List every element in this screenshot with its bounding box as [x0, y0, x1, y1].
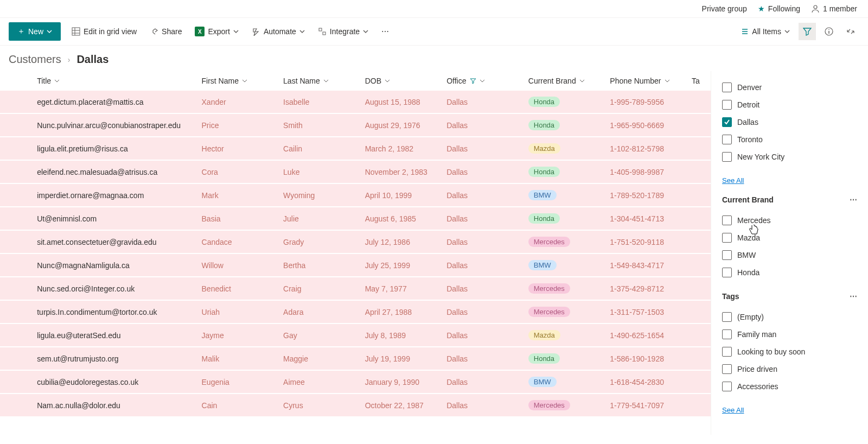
cell-title[interactable]: Nunc.pulvinar.arcu@conubianostraper.edu	[33, 113, 197, 137]
tag-option[interactable]: Price driven	[722, 360, 857, 378]
cell-title[interactable]: sit.amet.consectetuer@gravida.edu	[33, 230, 197, 253]
members-button[interactable]: 1 member	[811, 4, 857, 13]
more-icon[interactable]: ⋯	[850, 195, 857, 204]
col-office[interactable]: Office	[442, 71, 524, 91]
checkbox[interactable]	[722, 347, 732, 357]
checkbox[interactable]	[722, 233, 732, 243]
table-row[interactable]: Nunc@magnaNamligula.ca Willow Bertha Jul…	[0, 253, 711, 277]
table-row[interactable]: ligula.eu@uteratSed.edu Jayme Gay July 8…	[0, 324, 711, 347]
checkbox[interactable]	[722, 135, 732, 144]
checkbox[interactable]	[722, 364, 732, 374]
group-type-label: Private group	[702, 4, 747, 13]
export-button[interactable]: X Export	[193, 23, 240, 40]
chevron-right-icon: ›	[68, 55, 71, 64]
checkbox[interactable]	[722, 83, 732, 92]
brand-option[interactable]: Mercedes	[722, 212, 857, 229]
cell-title[interactable]: Nunc.sed.orci@Integer.co.uk	[33, 277, 197, 300]
table-row[interactable]: sit.amet.consectetuer@gravida.edu Candac…	[0, 230, 711, 253]
svg-rect-6	[323, 32, 326, 35]
cell-office: Dallas	[442, 370, 524, 394]
chevron-down-icon	[299, 29, 305, 34]
svg-rect-1	[72, 28, 80, 35]
checkbox[interactable]	[722, 268, 732, 277]
checkbox[interactable]	[722, 215, 732, 225]
cell-title[interactable]: eget.dictum.placerat@mattis.ca	[33, 91, 197, 113]
cell-title[interactable]: Nam.ac.nulla@dolor.edu	[33, 394, 197, 417]
cell-title[interactable]: turpis.In.condimentum@tortor.co.uk	[33, 300, 197, 324]
checkbox[interactable]	[722, 152, 732, 162]
integrate-button[interactable]: Integrate	[316, 24, 371, 39]
cell-title[interactable]: cubilia@eudoloregestas.co.uk	[33, 370, 197, 394]
brand-option[interactable]: BMW	[722, 246, 857, 264]
table-row[interactable]: sem.ut@rutrumjusto.org Malik Maggie July…	[0, 347, 711, 370]
table-row[interactable]: cubilia@eudoloregestas.co.uk Eugenia Aim…	[0, 370, 711, 394]
checkbox-label: Dallas	[737, 118, 758, 126]
table-row[interactable]: eget.dictum.placerat@mattis.ca Xander Is…	[0, 91, 711, 113]
col-current-brand[interactable]: Current Brand	[524, 71, 606, 91]
view-selector[interactable]: All Items	[737, 24, 794, 39]
edit-grid-button[interactable]: Edit in grid view	[69, 24, 139, 39]
info-button[interactable]	[820, 23, 838, 40]
checkbox[interactable]	[722, 100, 732, 110]
cell-title[interactable]: ligula.eu@uteratSed.edu	[33, 324, 197, 347]
cell-office: Dallas	[442, 277, 524, 300]
cell-first-name: Eugenia	[197, 370, 279, 394]
cell-title[interactable]: imperdiet.ornare@magnaa.com	[33, 183, 197, 207]
cell-last-name: Gay	[279, 324, 361, 347]
col-first-name[interactable]: First Name	[197, 71, 279, 91]
filter-button[interactable]	[799, 23, 816, 40]
cell-dob: August 29, 1976	[361, 113, 443, 137]
following-button[interactable]: ★ Following	[758, 4, 800, 13]
new-button[interactable]: ＋ New	[9, 22, 61, 41]
table-row[interactable]: Ut@enimnisl.com Basia Julie August 6, 19…	[0, 207, 711, 230]
table-row[interactable]: turpis.In.condimentum@tortor.co.uk Uriah…	[0, 300, 711, 324]
office-option[interactable]: Toronto	[722, 131, 857, 148]
cell-title[interactable]: sem.ut@rutrumjusto.org	[33, 347, 197, 370]
col-tags[interactable]: Ta	[687, 71, 711, 91]
tag-option[interactable]: (Empty)	[722, 308, 857, 326]
cell-first-name: Basia	[197, 207, 279, 230]
breadcrumb-parent[interactable]: Customers	[9, 53, 61, 66]
checkbox[interactable]	[722, 382, 732, 391]
cell-title[interactable]: eleifend.nec.malesuada@atrisus.ca	[33, 160, 197, 183]
cell-title[interactable]: Ut@enimnisl.com	[33, 207, 197, 230]
table-row[interactable]: imperdiet.ornare@magnaa.com Mark Wyoming…	[0, 183, 711, 207]
checkbox-label: Accessories	[737, 382, 778, 391]
cell-last-name: Cailin	[279, 137, 361, 160]
brand-option[interactable]: Honda	[722, 264, 857, 281]
expand-button[interactable]	[842, 23, 859, 40]
table-row[interactable]: Nam.ac.nulla@dolor.edu Cain Cyrus Octobe…	[0, 394, 711, 417]
checkbox[interactable]	[722, 250, 732, 260]
more-button[interactable]: ⋯	[379, 24, 391, 39]
col-phone[interactable]: Phone Number	[605, 71, 687, 91]
table-row[interactable]: Nunc.pulvinar.arcu@conubianostraper.edu …	[0, 113, 711, 137]
table-row[interactable]: Nunc.sed.orci@Integer.co.uk Benedict Cra…	[0, 277, 711, 300]
cell-title[interactable]: ligula.elit.pretium@risus.ca	[33, 137, 197, 160]
tag-option[interactable]: Family man	[722, 326, 857, 343]
table-row[interactable]: eleifend.nec.malesuada@atrisus.ca Cora L…	[0, 160, 711, 183]
tag-option[interactable]: Looking to buy soon	[722, 343, 857, 360]
table-row[interactable]: ligula.elit.pretium@risus.ca Hector Cail…	[0, 137, 711, 160]
automate-button[interactable]: Automate	[250, 24, 307, 39]
more-icon[interactable]: ⋯	[850, 292, 857, 301]
checkbox[interactable]	[722, 117, 732, 127]
office-option[interactable]: Denver	[722, 79, 857, 96]
checkbox-label: Denver	[737, 83, 762, 92]
brand-option[interactable]: Mazda	[722, 229, 857, 246]
share-button[interactable]: Share	[148, 24, 184, 39]
office-option[interactable]: New York City	[722, 148, 857, 166]
cell-dob: May 7, 1977	[361, 277, 443, 300]
office-option[interactable]: Dallas	[722, 113, 857, 131]
tag-option[interactable]: Accessories	[722, 378, 857, 395]
list-table[interactable]: Title First Name Last Name DOB Office Cu…	[0, 71, 711, 435]
checkbox[interactable]	[722, 312, 732, 322]
col-title[interactable]: Title	[33, 71, 197, 91]
col-dob[interactable]: DOB	[361, 71, 443, 91]
office-option[interactable]: Detroit	[722, 96, 857, 113]
see-all-offices[interactable]: See All	[722, 174, 744, 185]
cell-title[interactable]: Nunc@magnaNamligula.ca	[33, 253, 197, 277]
cell-phone: 1-618-454-2830	[605, 370, 687, 394]
checkbox[interactable]	[722, 329, 732, 339]
see-all-tags[interactable]: See All	[722, 404, 744, 414]
col-last-name[interactable]: Last Name	[279, 71, 361, 91]
